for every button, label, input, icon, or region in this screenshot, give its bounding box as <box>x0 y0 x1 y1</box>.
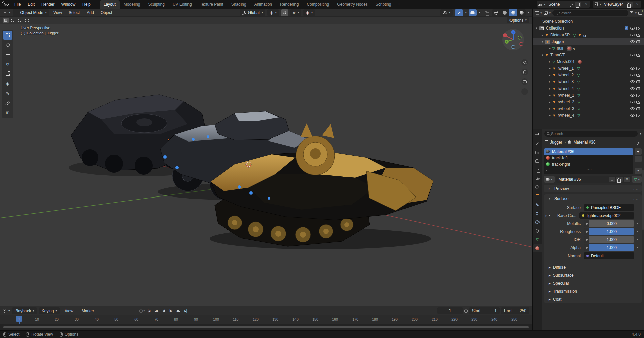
row-lwheel4[interactable]: ▸ ▼ lwheel_4 ▽ <box>533 85 644 92</box>
shading-options-chevron[interactable]: ▾ <box>528 11 529 14</box>
prev-keyframe-button[interactable]: ◀◆ <box>153 307 160 314</box>
grip-handle[interactable]: :::: <box>633 197 639 200</box>
outliner-editor-icon[interactable] <box>535 11 539 15</box>
animate-dot[interactable] <box>637 247 638 248</box>
grip-handle[interactable]: :::: <box>587 168 592 172</box>
disable-render-toggle[interactable] <box>636 74 640 77</box>
outliner-search-input[interactable] <box>559 11 626 15</box>
menu-file[interactable]: File <box>11 0 24 9</box>
menu-tl-view[interactable]: View <box>62 308 76 313</box>
props-tab-view-layer[interactable] <box>533 166 542 174</box>
xray-toggle[interactable] <box>482 9 490 16</box>
viewlayer-icon[interactable] <box>594 3 598 6</box>
tab-scripting[interactable]: Scripting <box>372 0 395 9</box>
expander-icon[interactable]: ▸ <box>547 87 552 90</box>
props-tab-object[interactable] <box>533 192 542 200</box>
timeline-editor-icon[interactable] <box>3 309 6 313</box>
props-tab-world[interactable] <box>533 183 542 191</box>
remove-slot-button[interactable]: − <box>635 156 642 162</box>
new-scene-button[interactable] <box>575 2 581 7</box>
surface-shader-field[interactable]: Principled BSDF <box>584 204 634 211</box>
chevron-down-icon[interactable]: ▾ <box>549 12 551 15</box>
tab-geometry-nodes[interactable]: Geometry Nodes <box>333 0 372 9</box>
hide-viewport-toggle[interactable] <box>630 80 635 83</box>
pivot-point-dropdown[interactable]: ◎ ▾ <box>267 9 279 16</box>
disable-render-toggle[interactable] <box>636 80 640 83</box>
expander-icon[interactable]: ▸ <box>547 67 552 70</box>
expander-icon[interactable]: ▸ <box>547 94 552 97</box>
props-tab-constraints[interactable] <box>533 227 542 235</box>
material-name-field[interactable]: Material #36 × <box>556 176 631 183</box>
chevron-down-icon[interactable]: ▾ <box>540 12 542 15</box>
subpanel-subsurface[interactable]: ▸ Subsurface <box>544 271 642 279</box>
chevron-down-icon[interactable]: ▾ <box>544 3 546 6</box>
tab-animation[interactable]: Animation <box>250 0 276 9</box>
stopwatch-icon[interactable] <box>464 309 468 313</box>
props-tab-tool[interactable] <box>533 140 542 148</box>
hide-viewport-toggle[interactable] <box>630 54 635 56</box>
socket-button[interactable] <box>584 220 589 227</box>
transform-orientation-dropdown[interactable]: Global ▾ <box>240 9 265 16</box>
jump-to-start-button[interactable]: |◀ <box>146 307 152 314</box>
pin-icon[interactable] <box>571 3 573 5</box>
props-tab-modifiers[interactable] <box>533 201 542 209</box>
jump-to-end-button[interactable]: ▶| <box>182 307 189 314</box>
tab-rendering[interactable]: Rendering <box>276 0 303 9</box>
expander-icon[interactable]: ▸ <box>547 47 552 50</box>
chevron-down-icon[interactable]: ▾ <box>599 3 601 6</box>
hide-viewport-toggle[interactable] <box>630 74 635 76</box>
expander-icon[interactable]: ▸ <box>544 214 549 217</box>
row-scene-collection[interactable]: Scene Collection <box>533 18 644 25</box>
snap-target-dropdown[interactable]: ◈ ▾ <box>290 9 301 16</box>
subpanel-coat[interactable]: ▸ Coat <box>544 295 642 303</box>
disable-render-toggle[interactable] <box>636 87 640 90</box>
menu-render[interactable]: Render <box>38 0 57 9</box>
browse-material-button[interactable]: ▾ <box>544 176 555 183</box>
breadcrumb-object[interactable]: Jugger <box>550 140 562 145</box>
select-mode-extend-button[interactable] <box>10 18 16 23</box>
props-tab-physics[interactable] <box>533 218 542 226</box>
playback-dropdown[interactable]: Playback ▾ <box>12 307 37 314</box>
socket-button[interactable] <box>584 236 589 243</box>
subpanel-diffuse[interactable]: ▸ Diffuse <box>544 263 642 271</box>
menu-edit[interactable]: Edit <box>24 0 38 9</box>
hide-viewport-toggle[interactable] <box>630 114 635 117</box>
cursor-tool[interactable] <box>3 40 12 49</box>
select-mode-invert-button[interactable] <box>24 18 30 23</box>
hide-viewport-toggle[interactable] <box>630 27 635 30</box>
props-tab-material[interactable] <box>533 244 542 252</box>
add-workspace-button[interactable]: + <box>395 0 403 9</box>
disable-render-toggle[interactable] <box>636 67 640 70</box>
scene-icon[interactable] <box>538 3 542 6</box>
add-slot-button[interactable]: + <box>635 148 642 155</box>
shading-material-preview-button[interactable] <box>509 9 517 16</box>
tab-uv-editing[interactable]: UV Editing <box>169 0 196 9</box>
ortho-toggle-button[interactable] <box>521 88 528 95</box>
timeline-ruler[interactable]: 10 20 30 40 50 60 70 80 90 100 110 120 1… <box>0 315 532 324</box>
chevron-down-icon[interactable]: ▾ <box>9 11 11 14</box>
play-reverse-button[interactable]: ◀ <box>160 307 167 314</box>
breadcrumb-material[interactable]: Material #36 <box>573 140 595 145</box>
hide-viewport-toggle[interactable] <box>630 67 635 70</box>
properties-search-input[interactable] <box>551 132 635 136</box>
animate-dot[interactable] <box>637 239 638 240</box>
props-tab-object-data[interactable]: ▽ <box>533 236 542 243</box>
hide-viewport-toggle[interactable] <box>630 94 635 97</box>
visibility-dropdown[interactable]: ▾ <box>440 9 453 16</box>
row-rwheel4[interactable]: ▸ ▼ rwheel_4 ▽ <box>533 112 644 119</box>
hide-viewport-toggle[interactable] <box>630 34 635 36</box>
hide-viewport-toggle[interactable] <box>630 40 635 43</box>
tab-shading[interactable]: Shading <box>227 0 250 9</box>
properties-options-chevron[interactable]: ▾ <box>640 132 641 135</box>
shading-rendered-button[interactable] <box>517 9 526 16</box>
pan-button[interactable] <box>521 69 528 75</box>
row-rwheel2[interactable]: ▸ ▼ rwheel_2 ▽ <box>533 99 644 105</box>
expander-icon[interactable]: ▾ <box>540 40 545 43</box>
grip-handle[interactable]: :::: <box>633 187 639 190</box>
viewport-canvas[interactable]: User Perspective (1) Collection | Jugger… <box>0 24 532 306</box>
row-hull[interactable]: ▸ ▽ hull 3 <box>533 45 644 52</box>
show-gizmo-toggle[interactable]: ↗ <box>455 9 463 16</box>
subpanel-specular[interactable]: ▸ Specular <box>544 279 642 287</box>
props-tab-scene[interactable] <box>533 175 542 182</box>
current-frame-field[interactable]: 1 <box>437 307 463 314</box>
